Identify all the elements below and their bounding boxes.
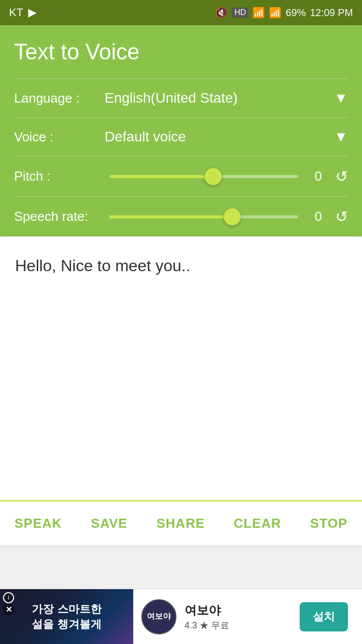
ad-app-icon: 여보야 — [141, 599, 176, 634]
action-bar-container: SPEAK SAVE SHARE CLEAR STOP — [0, 500, 362, 545]
hd-badge: HD — [232, 8, 248, 18]
pitch-slider-track[interactable] — [110, 175, 298, 178]
status-bar: KT ▶ 🔇 HD 📶 📶 69% 12:09 PM — [0, 0, 362, 25]
ad-corner-icons: i ✕ — [3, 592, 14, 615]
voice-value: Default voice — [105, 129, 186, 145]
pitch-slider-fill — [110, 175, 213, 178]
status-left: KT ▶ — [9, 6, 37, 19]
pitch-slider-thumb[interactable] — [205, 168, 222, 185]
stop-button[interactable]: STOP — [303, 511, 354, 536]
voice-dropdown[interactable]: Default voice ▼ — [105, 129, 348, 145]
voice-row: Voice : Default voice ▼ — [14, 117, 348, 156]
pitch-label: Pitch : — [14, 169, 105, 184]
mute-icon: 🔇 — [215, 7, 228, 19]
status-right: 🔇 HD 📶 📶 69% 12:09 PM — [215, 7, 353, 19]
ad-info: 여보야 여보야 4.3 ★ 무료 설치 — [133, 599, 362, 634]
ad-image: i ✕ 가장 스마트한설을 챙겨볼게 — [0, 589, 133, 645]
text-input[interactable] — [0, 236, 362, 498]
play-icon: ▶ — [28, 6, 37, 19]
speech-rate-value: 0 — [308, 209, 328, 224]
speech-rate-slider-fill — [110, 215, 232, 218]
speak-button[interactable]: SPEAK — [8, 511, 69, 536]
ad-image-content: 가장 스마트한설을 챙겨볼게 — [28, 598, 105, 636]
speech-rate-slider-track[interactable] — [110, 215, 298, 218]
time-label: 12:09 PM — [310, 7, 353, 19]
voice-dropdown-arrow: ▼ — [334, 129, 348, 145]
ad-install-button[interactable]: 설치 — [300, 602, 348, 631]
pitch-reset-button[interactable]: ↺ — [335, 168, 348, 185]
app-header: Text to Voice — [0, 25, 362, 78]
ad-text-block: 여보야 4.3 ★ 무료 — [185, 602, 292, 631]
pitch-row: Pitch : 0 ↺ — [14, 156, 348, 196]
voice-label: Voice : — [14, 129, 105, 145]
ad-icon-label: 여보야 — [147, 611, 171, 622]
ad-close-icon[interactable]: ✕ — [3, 604, 14, 615]
language-dropdown-arrow: ▼ — [334, 90, 348, 106]
action-bar: SPEAK SAVE SHARE CLEAR STOP — [0, 511, 362, 536]
pitch-slider-section: 0 ↺ — [105, 168, 348, 185]
save-button[interactable]: SAVE — [84, 511, 135, 536]
battery-label: 69% — [286, 7, 306, 19]
speech-rate-slider-thumb[interactable] — [224, 208, 241, 225]
share-button[interactable]: SHARE — [149, 511, 212, 536]
language-row: Language : English(United State) ▼ — [14, 78, 348, 117]
settings-panel: Language : English(United State) ▼ Voice… — [0, 78, 362, 236]
wifi-icon: 📶 — [252, 7, 265, 19]
ad-banner: i ✕ 가장 스마트한설을 챙겨볼게 여보야 여보야 4.3 ★ 무료 설치 — [0, 589, 362, 644]
ad-rating: 4.3 ★ 무료 — [185, 619, 292, 631]
language-label: Language : — [14, 91, 105, 106]
ad-app-title: 여보야 — [185, 602, 292, 618]
speech-rate-reset-button[interactable]: ↺ — [335, 208, 348, 225]
language-dropdown[interactable]: English(United State) ▼ — [105, 90, 348, 106]
pitch-value: 0 — [308, 169, 328, 184]
ad-info-icon[interactable]: i — [3, 592, 14, 603]
signal-icon: 📶 — [269, 7, 282, 19]
speech-rate-label: Speech rate: — [14, 209, 105, 224]
carrier-label: KT — [9, 6, 23, 19]
speech-rate-row: Speech rate: 0 ↺ — [14, 196, 348, 236]
language-value: English(United State) — [105, 90, 238, 106]
app-title: Text to Voice — [14, 39, 139, 64]
text-card: SPEAK SAVE SHARE CLEAR STOP — [0, 236, 362, 545]
clear-button[interactable]: CLEAR — [227, 511, 289, 536]
speech-rate-slider-section: 0 ↺ — [105, 208, 348, 225]
